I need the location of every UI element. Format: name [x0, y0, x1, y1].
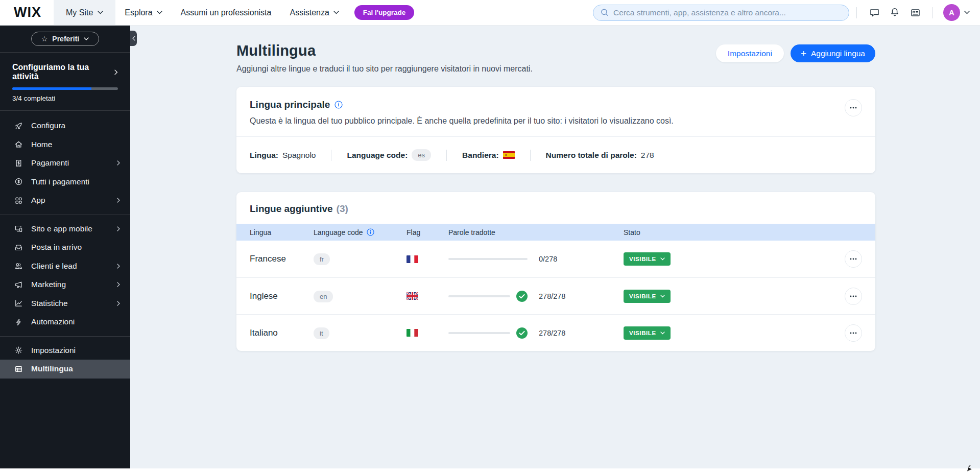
- sidebar-item-statistiche[interactable]: Statistiche: [0, 294, 130, 313]
- sidebar-collapse-button[interactable]: [130, 31, 137, 46]
- inbox-icon: [14, 243, 23, 252]
- row-more-button[interactable]: [845, 250, 862, 268]
- additional-languages-card: Lingue aggiuntive (3) Lingua Language co…: [236, 192, 875, 351]
- plus-icon: +: [801, 49, 806, 58]
- row-more-button[interactable]: [845, 288, 862, 305]
- info-icon[interactable]: [334, 101, 343, 109]
- sidebar-item-configura[interactable]: Configura: [0, 116, 130, 135]
- rocket-icon: [14, 122, 23, 130]
- language-name: Inglese: [250, 291, 314, 301]
- translated-words-count: 278/278: [539, 292, 565, 300]
- detail-separator: [446, 150, 447, 161]
- sidebar-item-tutti-i-pagamenti[interactable]: Tutti i pagamenti: [0, 173, 130, 192]
- chevron-down-icon: [660, 332, 665, 335]
- sidebar-item-impostazioni[interactable]: Impostazioni: [0, 341, 130, 360]
- language-code-badge: en: [314, 291, 333, 302]
- settings-button[interactable]: Impostazioni: [716, 44, 784, 62]
- chevron-down-icon: [964, 11, 970, 14]
- uk-flag-icon: [407, 292, 418, 300]
- translation-progress-bar: [448, 291, 528, 302]
- chevron-right-icon: [114, 69, 118, 75]
- bell-icon[interactable]: [885, 3, 905, 23]
- upgrade-button[interactable]: Fai l'upgrade: [354, 5, 414, 20]
- ellipsis-icon: [850, 295, 857, 297]
- search-input[interactable]: [613, 8, 842, 17]
- sidebar-divider: [0, 110, 130, 111]
- analytics-icon: [14, 299, 23, 308]
- news-icon[interactable]: [905, 3, 925, 23]
- column-flag: Flag: [407, 228, 448, 237]
- account-menu[interactable]: A: [943, 4, 970, 21]
- top-nav-esplora[interactable]: Esplora: [115, 8, 171, 17]
- main-content: Multilingua Aggiungi altre lingue e trad…: [130, 26, 980, 468]
- ellipsis-icon: [850, 107, 857, 109]
- apps-grid-icon: [14, 196, 23, 205]
- chevron-right-icon: [117, 226, 120, 231]
- chevron-down-icon: [660, 257, 665, 261]
- table-header: Lingua Language code Flag Parole tradott…: [236, 224, 875, 241]
- sidebar-divider: [0, 215, 130, 215]
- info-icon[interactable]: [367, 228, 374, 236]
- top-nav-my-site[interactable]: My Site: [54, 0, 115, 26]
- row-more-button[interactable]: [845, 324, 862, 342]
- language-name: Italiano: [250, 328, 314, 338]
- sidebar-divider: [0, 336, 130, 337]
- sidebar-item-app[interactable]: App: [0, 191, 130, 210]
- sidebar-item-multilingua[interactable]: Multilingua: [0, 360, 130, 379]
- main-language-more-button[interactable]: [845, 99, 862, 116]
- add-language-button[interactable]: + Aggiungi lingua: [791, 44, 875, 62]
- chevron-right-icon: [117, 160, 120, 166]
- chevron-down-icon: [660, 295, 665, 298]
- sidebar-item-sito-e-app-mobile[interactable]: Sito e app mobile: [0, 220, 130, 239]
- sidebar-item-clienti-e-lead[interactable]: Clienti e lead: [0, 257, 130, 276]
- setup-progress-fill: [12, 87, 91, 90]
- additional-languages-title: Lingue aggiuntive: [250, 203, 333, 215]
- status-dropdown[interactable]: VISIBILE: [624, 326, 671, 340]
- column-language-code: Language code: [314, 228, 363, 237]
- sidebar-item-posta-in-arrivo[interactable]: Posta in arrivo: [0, 238, 130, 257]
- page-header: Multilingua Aggiungi altre lingue e trad…: [236, 42, 875, 74]
- total-words-label: Numero totale di parole:: [546, 151, 637, 160]
- status-dropdown[interactable]: VISIBILE: [624, 290, 671, 303]
- language-code-badge: fr: [314, 253, 330, 265]
- topbar-divider: [933, 7, 933, 18]
- sidebar-item-home[interactable]: Home: [0, 135, 130, 154]
- language-code-label: Language code:: [347, 151, 408, 160]
- setup-title: Configuriamo la tua attività: [12, 63, 114, 81]
- top-nav-assistenza[interactable]: Assistenza: [280, 8, 348, 17]
- sidebar-item-marketing[interactable]: Marketing: [0, 275, 130, 294]
- sidebar-item-automazioni[interactable]: Automazioni: [0, 313, 130, 332]
- automation-icon: [14, 318, 23, 326]
- favorites-button[interactable]: ☆ Preferiti: [31, 32, 99, 46]
- column-stato: Stato: [624, 228, 816, 237]
- my-site-label: My Site: [66, 8, 93, 17]
- additional-languages-count: (3): [337, 203, 348, 215]
- setup-progress-panel[interactable]: Configuriamo la tua attività 3/4 complet…: [0, 53, 130, 102]
- total-words-value: 278: [641, 151, 654, 160]
- main-language-details: Lingua: Spagnolo Language code: es Bandi…: [236, 137, 875, 173]
- wix-logo[interactable]: WIX: [0, 5, 54, 20]
- translated-words-count: 278/278: [539, 329, 565, 337]
- top-nav-assumi-professionista[interactable]: Assumi un professionista: [172, 8, 281, 17]
- main-language-title: Lingua principale: [250, 99, 330, 110]
- chevron-down-icon: [84, 37, 89, 40]
- language-row-inglese: Inglese en 278/278 VISIBILE: [236, 277, 875, 314]
- ellipsis-icon: [850, 332, 857, 334]
- main-language-card: Lingua principale Questa è la lingua del…: [236, 87, 875, 173]
- multilingual-icon: [14, 365, 23, 373]
- topbar-divider: [856, 7, 857, 18]
- language-code-badge: it: [314, 327, 329, 339]
- setup-progress-label: 3/4 completati: [12, 95, 118, 102]
- france-flag-icon: [407, 255, 418, 263]
- status-dropdown[interactable]: VISIBILE: [624, 252, 671, 266]
- search-bar[interactable]: [593, 5, 849, 21]
- star-icon: ☆: [41, 35, 48, 42]
- sidebar-item-pagamenti[interactable]: Pagamenti: [0, 154, 130, 173]
- chat-icon[interactable]: [864, 3, 885, 23]
- pencil-cursor-icon: [966, 464, 973, 471]
- detail-separator: [331, 150, 331, 161]
- gear-icon: [14, 346, 23, 355]
- translation-progress-bar: [448, 258, 528, 260]
- ellipsis-icon: [850, 258, 857, 260]
- chevron-right-icon: [117, 198, 120, 203]
